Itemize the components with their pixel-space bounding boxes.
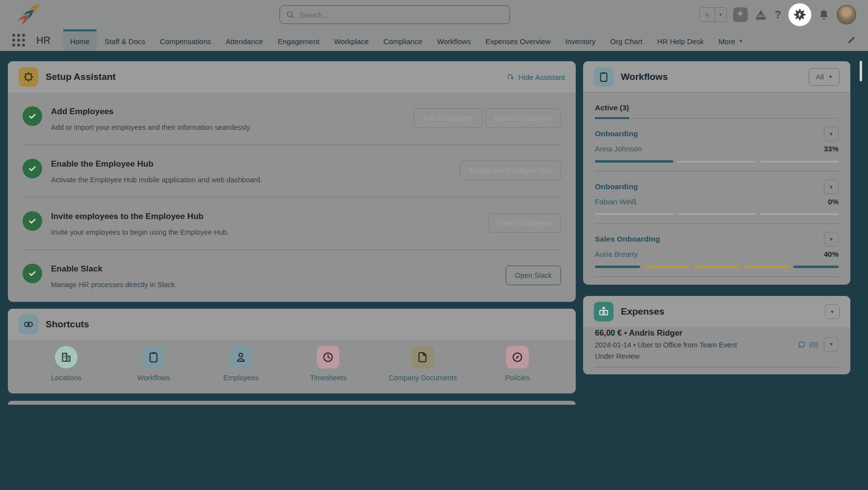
tab-attendance[interactable]: Attendance [219,29,270,51]
global-search[interactable] [280,5,510,24]
search-input[interactable] [299,11,504,19]
workflow-entry: Onboarding ▼ Anna Johnson 33% [595,119,839,172]
tab-active-workflows[interactable]: Active (3) [595,103,629,119]
tab-workplace[interactable]: Workplace [327,29,376,51]
workflow-person[interactable]: Auria Brearty [595,250,638,258]
workflows-filter-dropdown[interactable]: All ▼ [809,68,840,86]
tab-more[interactable]: More ▼ [712,29,750,51]
workflow-expand-button[interactable]: ▼ [824,232,839,246]
expense-entry: 66,00 € • Andris Ridger 2024-01-14 • Ube… [595,328,839,368]
workflow-person[interactable]: Fabian Weiß [595,197,637,206]
shortcut-policies[interactable]: Policies [490,346,544,382]
task-description: Activate the Employee Hub mobile applica… [51,176,451,184]
hide-assistant-label: Hide Assistant [518,73,565,81]
expense-comments-button[interactable]: (0) [797,340,818,349]
favorites-split-button[interactable]: ★ ▼ [699,7,726,22]
pencil-icon [846,35,856,45]
workflows-title: Workflows [621,72,801,82]
open-slack-button[interactable]: Open Slack [506,266,561,285]
chevron-down-icon: ▼ [830,309,835,315]
user-avatar[interactable] [837,5,856,24]
invite-employees-button[interactable]: Invite Employees [488,213,561,233]
workflow-name: Onboarding [595,182,638,191]
shortcuts-title: Shortcuts [46,319,565,330]
workflows-panel: Workflows All ▼ Active (3) Onboarding ▼ … [583,61,850,285]
favorites-caret-icon[interactable]: ▼ [715,8,726,22]
expenses-expand-button[interactable]: ▼ [825,304,840,319]
progress-segment [760,213,839,215]
settings-gear-button[interactable] [789,3,811,26]
shortcut-label: Locations [51,374,81,382]
chevron-down-icon: ▼ [829,342,834,347]
shortcut-locations[interactable]: Locations [39,346,93,382]
workflow-percent: 40% [824,250,839,258]
workflow-person[interactable]: Anna Johnson [595,145,642,153]
progress-segment [678,213,756,215]
task-invite-employees: Invite employees to the Employee Hub Inv… [23,197,561,250]
hide-assistant-button[interactable]: Hide Assistant [507,73,565,81]
workflow-expand-button[interactable]: ▼ [824,126,839,141]
check-circle-icon [23,106,42,126]
tab-org-chart[interactable]: Org Chart [603,29,649,51]
workflow-progress-bar [595,213,839,224]
app-logo[interactable] [12,4,90,25]
expense-detail: 2024-01-14 • Uber to Office from Team Ev… [595,341,797,349]
shortcut-company-documents[interactable]: Company Documents [388,346,457,382]
shortcut-workflows[interactable]: Workflows [127,346,180,382]
check-circle-icon [23,211,42,231]
task-add-employees: Add Employees Add or import your employe… [23,93,561,145]
task-title: Enable Slack [51,264,497,274]
expenses-chip [594,302,613,321]
shortcuts-chip [19,315,38,334]
progress-segment [595,213,673,215]
setup-assistant-chip [19,67,38,87]
shortcut-label: Workflows [137,374,170,382]
workflow-progress-bar [595,266,839,277]
notifications-bell-button[interactable] [817,8,830,21]
shortcut-employees[interactable]: Employees [214,346,268,382]
enable-employee-hub-button[interactable]: Enable the Employee Hub [460,161,561,180]
task-enable-employee-hub: Enable the Employee Hub Activate the Emp… [23,145,561,197]
tab-staff-docs[interactable]: Staff & Docs [98,29,152,51]
add-employees-button[interactable]: Add Employees [414,108,483,128]
tab-compensations[interactable]: Compensations [153,29,218,51]
workflow-expand-button[interactable]: ▼ [824,179,839,194]
hide-arrow-icon [507,73,515,81]
main-nav: Home Staff & Docs Compensations Attendan… [63,29,846,51]
chevron-down-icon: ▼ [828,74,833,79]
workflows-chip [594,67,613,87]
tab-expenses-overview[interactable]: Expenses Overview [479,29,558,51]
scrollbar-thumb[interactable] [860,61,862,81]
tab-compliance[interactable]: Compliance [377,29,429,51]
expense-expand-button[interactable]: ▼ [824,337,839,352]
chevron-down-icon: ▼ [829,184,834,190]
check-circle-icon [23,159,42,178]
chevron-down-icon: ▼ [829,131,834,137]
tab-hr-help-desk[interactable]: HR Help Desk [650,29,711,51]
clock-icon [322,351,334,364]
bell-icon [817,8,830,21]
achievements-badge-button[interactable] [754,8,767,22]
edit-nav-button[interactable] [846,35,856,45]
shortcut-label: Employees [223,374,258,382]
chevron-down-icon: ▼ [829,237,834,242]
tab-engagement[interactable]: Engagement [271,29,326,51]
progress-segment [644,266,689,268]
tab-home[interactable]: Home [63,29,97,51]
quick-add-button[interactable]: + [733,7,748,22]
filter-label: All [816,73,824,81]
task-description: Manage HR processes directly in Slack. [51,281,497,289]
clipboard-icon [598,71,610,83]
shortcut-timesheets[interactable]: Timesheets [301,346,355,382]
import-employees-button[interactable]: Import Employees [485,108,561,128]
tab-inventory[interactable]: Inventory [559,29,603,51]
apps-grid-icon[interactable] [9,34,28,47]
help-button[interactable]: ? [774,8,782,21]
clipboard-icon [147,351,160,364]
progress-segment [760,161,839,163]
comments-count: (0) [809,340,818,348]
logo-icon [19,5,43,25]
tab-workflows[interactable]: Workflows [430,29,478,51]
expenses-title: Expenses [621,306,817,317]
star-icon[interactable]: ★ [700,8,714,22]
